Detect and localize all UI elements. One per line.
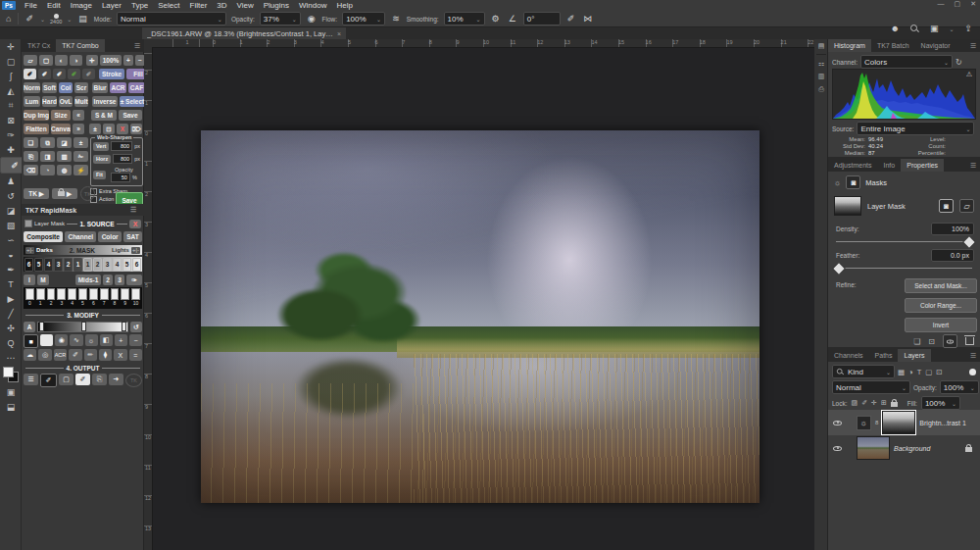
tk-canvas-button[interactable]: Canvas [51, 124, 71, 134]
mask-darks-5-button[interactable]: 5 [34, 258, 43, 272]
rm-brush1-button[interactable]: ✐ [69, 349, 81, 361]
tk-brush-black-button[interactable]: ✐ [24, 69, 36, 79]
tk-zoom-out-button[interactable]: − [135, 55, 144, 66]
channel-select[interactable]: Colors⌄ [860, 55, 953, 69]
web-sharpen-horz-button[interactable]: Horz [93, 155, 111, 164]
export-panel-icon[interactable]: ⎙ [814, 82, 828, 95]
web-sharpen-vert-input[interactable]: 800 [111, 141, 132, 151]
rapidmask-title-bar[interactable]: TK7 RapidMask ☰ [22, 204, 144, 216]
tab-tk7-batch[interactable]: TK7 Batch [871, 39, 915, 52]
midpoint-handle[interactable] [81, 322, 86, 331]
rm-black-swatch[interactable]: ■ [24, 334, 38, 348]
rm-sat-button[interactable]: SAT [123, 231, 142, 242]
mask-darks-6-button[interactable]: 6 [24, 258, 33, 272]
tk-open-button[interactable]: ▱ [24, 55, 37, 66]
tab-properties[interactable]: Properties [901, 159, 944, 172]
tk-zoom-100-button[interactable]: 100% [100, 55, 122, 66]
tab-paths[interactable]: Paths [869, 349, 899, 362]
tk-contrast-b-button[interactable]: ◑ [70, 55, 82, 66]
tk-plus-minus-select-button[interactable]: ± Select [120, 96, 144, 107]
smoothing-select[interactable]: 10%⌄ [444, 12, 485, 25]
zone-5-key[interactable]: 5 [78, 288, 87, 306]
marquee-tool[interactable]: ▢ [0, 54, 22, 69]
rm-acr-button[interactable]: ACR [54, 349, 67, 361]
canvas-image[interactable] [201, 130, 760, 503]
rm-logo[interactable]: TK [125, 374, 142, 387]
panel-menu-icon[interactable]: ☰ [130, 39, 144, 52]
tk-plusminus-button[interactable]: ± [74, 137, 88, 148]
menu-3d[interactable]: 3D [212, 1, 231, 10]
source-checkbox[interactable] [24, 220, 32, 227]
rm-output-menu-button[interactable]: ☰ [24, 374, 38, 385]
menu-select[interactable]: Select [153, 1, 184, 10]
brush-caret-icon[interactable]: ⌄ [40, 16, 45, 23]
rm-equal-button[interactable]: = [129, 349, 142, 361]
tk-brush-soft-button[interactable]: ✐ [82, 69, 95, 79]
tk-apply-mask-button[interactable]: ◨ [40, 151, 55, 162]
tk-inverse-button[interactable]: Inverse [92, 96, 118, 107]
tk-new-doc-button[interactable]: ▢ [39, 55, 53, 66]
document-tab[interactable]: _DSC1961.ARW @ 18.3% (Brightness/Contras… [142, 27, 346, 39]
panel-menu-icon[interactable]: ☰ [966, 349, 980, 362]
search-icon[interactable] [910, 25, 919, 33]
screen-mode-button[interactable]: ⬓ [0, 399, 22, 414]
tk-fit-screen-button[interactable]: ✛ [86, 55, 98, 66]
tk-selection-button[interactable]: ⊡ [103, 124, 115, 134]
source-close-button[interactable]: X [129, 220, 141, 228]
layer-mask-thumbnail-selected[interactable] [882, 411, 915, 434]
lock-all-icon[interactable] [891, 402, 898, 407]
blend-mode-select[interactable]: Normal⌄ [832, 380, 910, 394]
crop-tool[interactable]: ⌗ [0, 98, 22, 113]
tk-channels-button[interactable]: ▥ [57, 151, 72, 162]
darks-plus-minus-button[interactable]: +|- [25, 247, 34, 254]
zone-7-key[interactable]: 7 [100, 288, 109, 306]
web-sharpen-horz-input[interactable]: 800 [113, 154, 132, 164]
zoom-tool[interactable]: Q [0, 335, 22, 350]
feather-value[interactable]: 0.0 px [931, 249, 974, 262]
vertical-ruler[interactable]: 21012345678910111213 [144, 47, 153, 550]
tk-mask-button[interactable]: ◪ [57, 137, 72, 148]
tk-ovl-button[interactable]: OvL [59, 96, 73, 107]
layer-filter-select[interactable]: Kind⌄ [832, 365, 895, 378]
tk-norm-button[interactable]: Norm [24, 82, 40, 93]
panel-menu-icon[interactable]: ☰ [966, 159, 980, 172]
tk-lum-button[interactable]: Lum [24, 96, 40, 107]
rm-brightness-button[interactable]: ☼ [85, 334, 98, 346]
rm-mids3-button[interactable]: 3 [115, 275, 124, 285]
rm-picker-button[interactable]: ✑ [126, 275, 142, 285]
tab-tk7-cx[interactable]: TK7 Cx [22, 39, 56, 52]
mask-visibility-eye-icon[interactable] [943, 334, 957, 348]
layer-visibility-icon[interactable] [832, 418, 843, 427]
select-layer-mask-button[interactable]: ◙ [939, 199, 954, 213]
type-tool[interactable]: T [0, 276, 22, 291]
tk-dodge-icon-button[interactable]: ◔ [40, 165, 55, 175]
rm-output-apply-button[interactable]: ➜ [109, 374, 123, 385]
filter-adjustment-layers-icon[interactable]: ◑ [908, 368, 913, 376]
zone-10-key[interactable]: 10 [131, 288, 140, 306]
tab-layers[interactable]: Layers [898, 349, 930, 362]
mask-link-icon[interactable]: 8 [875, 420, 878, 425]
tk-dup-img-button[interactable]: Dup Img [24, 110, 49, 121]
hand-tool[interactable]: ✣ [0, 321, 22, 335]
tk-cut-button[interactable]: ✁ [74, 151, 88, 162]
tk-acr-button[interactable]: ACR [110, 82, 126, 93]
mask-darks-1-button[interactable]: 1 [74, 258, 82, 272]
web-sharpen-save-button[interactable]: Save [116, 192, 143, 204]
mask-lights-1-button[interactable]: 1 [83, 258, 92, 272]
color-range-button[interactable]: Color Range... [905, 298, 977, 313]
tk-save-button[interactable]: Save [119, 110, 142, 121]
fill-select[interactable]: 100%⌄ [921, 396, 960, 410]
rm-output-mask-button[interactable]: ✐ [75, 374, 90, 385]
web-sharpen-vert-button[interactable]: Vert [93, 142, 109, 151]
tk-trash-button[interactable]: ⌦ [130, 124, 142, 134]
tk-select-mask-button[interactable]: S & M [91, 110, 117, 121]
rm-clear-button[interactable]: X [114, 349, 126, 361]
modify-reset-button[interactable]: ↺ [130, 322, 142, 332]
workspace-caret-icon[interactable]: ⌄ [949, 25, 954, 32]
zone-1-key[interactable]: 1 [36, 288, 45, 306]
edit-toolbar[interactable]: ⋯ [0, 350, 22, 365]
history-panel-icon[interactable]: ▤ [814, 39, 828, 52]
tk-hard-button[interactable]: Hard [42, 96, 57, 107]
tk-brush-gray-button[interactable]: ✐ [53, 69, 66, 79]
rm-channel-button[interactable]: Channel [65, 231, 96, 242]
